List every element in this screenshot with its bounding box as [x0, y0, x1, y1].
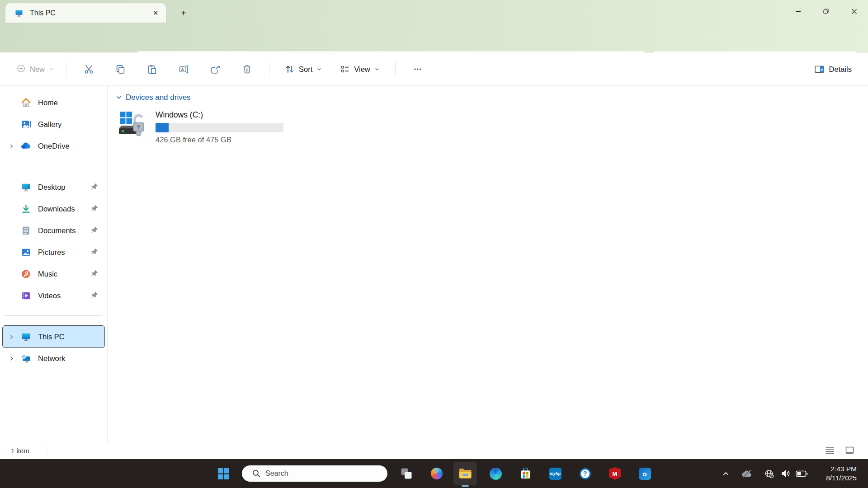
sidebar-item-music[interactable]: Music: [3, 263, 104, 285]
myhp-button[interactable]: myhp: [548, 467, 562, 480]
chevron-down-icon: [116, 94, 122, 101]
onedrive-tray-button[interactable]: [740, 467, 754, 480]
sidebar-item-gallery[interactable]: Gallery: [3, 113, 104, 135]
volume-button[interactable]: [779, 467, 793, 480]
view-button[interactable]: View: [335, 61, 385, 78]
sidebar: Home Gallery OneDrive: [0, 86, 108, 442]
copilot-button[interactable]: [430, 467, 443, 480]
restore-button[interactable]: [812, 0, 840, 23]
sidebar-separator: [5, 166, 103, 166]
main-area: Home Gallery OneDrive: [0, 86, 868, 442]
paste-button[interactable]: [141, 60, 163, 79]
taskbar: myhp ? M o 2:43 PM 8/11/2025: [0, 459, 868, 488]
this-pc-icon: [20, 331, 32, 342]
network-status-button[interactable]: [762, 467, 776, 480]
active-app-indicator: [462, 485, 469, 487]
edge-button[interactable]: [489, 467, 502, 480]
windows-start-icon: [217, 468, 230, 480]
status-divider: [47, 446, 47, 455]
file-explorer-icon: [458, 468, 472, 479]
microsoft-store-button[interactable]: [519, 467, 532, 480]
taskbar-search-input[interactable]: [242, 465, 387, 482]
start-button[interactable]: [217, 467, 230, 480]
item-count: 1 item: [11, 447, 29, 455]
copy-button[interactable]: [109, 60, 131, 79]
plus-circle-icon: [16, 64, 26, 75]
large-thumbnails-view-icon: [845, 446, 854, 455]
cut-button[interactable]: [78, 60, 99, 79]
more-icon: [413, 64, 423, 74]
drive-usage-bar: [156, 123, 283, 132]
desktop-icon: [20, 182, 32, 192]
taskbar-clock[interactable]: 2:43 PM 8/11/2025: [826, 465, 857, 483]
details-view-button[interactable]: [823, 444, 836, 457]
sidebar-item-desktop[interactable]: Desktop: [3, 176, 104, 198]
chevron-down-icon: [316, 66, 322, 72]
file-explorer-button[interactable]: [453, 462, 477, 485]
expand-chevron-icon[interactable]: [3, 334, 20, 340]
task-view-button[interactable]: [400, 467, 413, 480]
tray-show-hidden-button[interactable]: [719, 467, 732, 480]
no-internet-icon: [764, 469, 774, 479]
cut-icon: [84, 64, 94, 75]
group-devices-and-drives[interactable]: Devices and drives: [116, 93, 191, 102]
sidebar-item-this-pc[interactable]: This PC: [3, 326, 104, 347]
sidebar-item-downloads[interactable]: Downloads: [3, 198, 104, 220]
sort-button[interactable]: Sort: [279, 61, 327, 78]
view-label: View: [354, 65, 370, 74]
onedrive-icon: [20, 141, 32, 151]
tab-close-button[interactable]: ✕: [149, 6, 162, 20]
rename-button[interactable]: [173, 60, 194, 79]
edge-icon: [490, 468, 502, 480]
expand-chevron-icon[interactable]: [3, 356, 20, 361]
get-help-button[interactable]: ?: [578, 467, 592, 480]
tab-monitor-icon: [14, 9, 24, 18]
toolbar-divider: [66, 62, 66, 76]
drive-free-space: 426 GB free of 475 GB: [156, 136, 283, 144]
sidebar-item-documents[interactable]: Documents: [3, 220, 104, 241]
myhp-icon: myhp: [549, 468, 561, 480]
sidebar-item-pictures[interactable]: Pictures: [3, 241, 104, 263]
mcafee-button[interactable]: M: [608, 467, 622, 480]
outlook-button[interactable]: o: [638, 467, 651, 480]
delete-icon: [242, 64, 252, 75]
volume-icon: [780, 468, 791, 479]
view-icon: [340, 64, 350, 74]
group-header-label: Devices and drives: [126, 93, 191, 102]
battery-button[interactable]: [795, 467, 808, 480]
chevron-up-icon: [722, 470, 730, 478]
get-help-icon: ?: [580, 468, 591, 479]
chevron-down-icon: [49, 66, 54, 72]
large-thumbnails-view-button[interactable]: [843, 444, 856, 457]
new-tab-button[interactable]: +: [176, 6, 191, 20]
pictures-icon: [20, 247, 32, 258]
details-label: Details: [829, 65, 852, 74]
new-button[interactable]: New: [11, 60, 60, 79]
drive-name: Windows (C:): [156, 110, 283, 120]
sidebar-item-videos[interactable]: Videos: [3, 285, 104, 306]
pin-icon: [91, 205, 98, 214]
battery-icon: [796, 470, 808, 477]
sort-label: Sort: [299, 65, 312, 74]
close-window-button[interactable]: [840, 0, 868, 23]
sidebar-item-home[interactable]: Home: [3, 92, 104, 113]
delete-button[interactable]: [236, 60, 258, 79]
sidebar-item-network[interactable]: Network: [3, 347, 104, 369]
screen: This PC ✕ +: [0, 0, 868, 488]
share-button[interactable]: [204, 60, 226, 79]
drive-windows-c[interactable]: Windows (C:) 426 GB free of 475 GB: [117, 109, 288, 144]
details-view-icon: [825, 447, 835, 455]
expand-chevron-icon[interactable]: [3, 143, 20, 149]
network-icon: [20, 353, 32, 364]
drive-icon: [117, 109, 146, 144]
minimize-button[interactable]: [784, 0, 812, 23]
details-pane-button[interactable]: Details: [809, 61, 857, 78]
videos-icon: [20, 290, 32, 301]
toolbar-divider: [395, 62, 396, 76]
see-more-button[interactable]: [407, 60, 429, 79]
sidebar-item-onedrive[interactable]: OneDrive: [3, 135, 104, 157]
tab-this-pc[interactable]: This PC ✕: [5, 3, 166, 23]
command-bar: New Sort View: [0, 53, 868, 86]
copy-icon: [115, 64, 126, 75]
pin-icon: [91, 291, 98, 300]
